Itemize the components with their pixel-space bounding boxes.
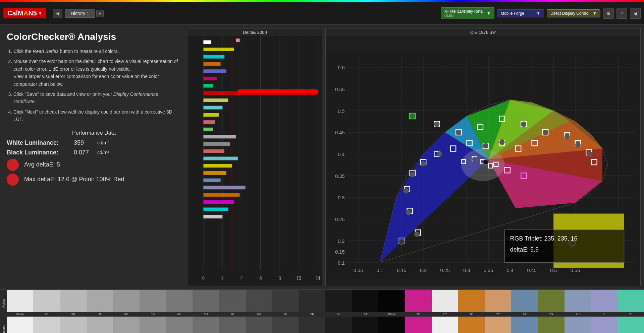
- dropdown-arrow-2: ▼: [536, 11, 540, 16]
- svg-text:0.3: 0.3: [338, 195, 344, 201]
- collapse-button[interactable]: ◀: [630, 8, 641, 19]
- actual-swatch-8K: 8K: [325, 290, 352, 317]
- settings-button[interactable]: ⚙: [603, 8, 614, 19]
- performance-section: Performance Data White Luminance: 359 cd…: [7, 130, 181, 186]
- target-color-6K: [113, 317, 140, 333]
- instruction-3: Click "Save" to save data and view or pr…: [13, 90, 181, 106]
- white-luminance-unit: cd/m²: [97, 140, 109, 145]
- swatch-label-6I: 6I: [87, 312, 113, 317]
- svg-text:deltaE: 5.9: deltaE: 5.9: [510, 246, 539, 253]
- svg-text:2: 2: [221, 275, 224, 281]
- cie-chart-title: CIE 1976 u'v': [326, 28, 640, 36]
- instruction-2: Mouse over the error bars on the deltaE …: [13, 58, 181, 88]
- target-color-2J: [618, 317, 644, 333]
- actual-swatch-2B: 2B: [405, 290, 432, 317]
- black-luminance-unit: cd/m²: [97, 150, 109, 155]
- actual-swatch-2J: 2J: [618, 290, 644, 317]
- swatch-label-2B: 2B: [405, 312, 432, 317]
- device-dropdown-1[interactable]: X-Rite i1Display Retail OLED ▼: [441, 7, 494, 19]
- deltaE-chart-area: 0 2 4 6 8 10 14: [188, 36, 322, 285]
- actual-swatch-5G: 5G: [140, 290, 166, 317]
- svg-text:0.15: 0.15: [335, 249, 344, 255]
- svg-text:0.5: 0.5: [550, 268, 557, 273]
- target-color-Black: [378, 317, 405, 333]
- target-swatch-8K: [325, 317, 352, 333]
- actual-swatch-2D: 2D: [458, 290, 485, 317]
- target-swatch-6K: [113, 317, 140, 333]
- svg-rect-29: [203, 128, 213, 131]
- actual-color-White: [7, 290, 33, 312]
- svg-text:0: 0: [202, 275, 205, 281]
- nav-back-button[interactable]: ◀: [53, 9, 62, 18]
- svg-point-146: [410, 172, 415, 177]
- svg-rect-20: [203, 62, 220, 66]
- avg-deltaE-label: Avg deltaE:: [24, 161, 55, 168]
- swatch-label-2E: 2E: [485, 312, 511, 317]
- deltaE-chart-title: DeltaE 2000: [188, 28, 322, 36]
- tab-container: History 1 +: [65, 9, 104, 18]
- swatch-label-5I: 5I: [272, 312, 299, 317]
- help-button[interactable]: ?: [616, 8, 627, 19]
- calman-logo: CalMAN5 ▼: [3, 8, 46, 18]
- actual-color-2F: [511, 290, 538, 312]
- target-color-5H: [193, 317, 219, 333]
- actual-color-6J: [33, 290, 60, 312]
- svg-point-133: [434, 122, 439, 127]
- svg-text:0.45: 0.45: [335, 130, 344, 135]
- svg-rect-27: [203, 113, 218, 117]
- cie-chart: CIE 1976 u'v': [325, 28, 641, 286]
- max-deltaE-text: Max deltaE: 12.6 @ Point: 100% Red: [24, 176, 124, 183]
- swatch-label-6F: 6F: [299, 312, 325, 317]
- svg-rect-33: [203, 157, 237, 160]
- actual-color-2E: [485, 290, 511, 312]
- target-color-5J: [352, 317, 378, 333]
- swatch-label-5F: 5F: [60, 312, 86, 317]
- max-deltaE-value: 12.6: [58, 176, 69, 183]
- logo-dropdown-arrow[interactable]: ▼: [38, 11, 42, 16]
- header: CalMAN5 ▼ ◀ History 1 + X-Rite i1Display…: [0, 2, 644, 25]
- swatch-label-2I: 2I: [591, 312, 618, 317]
- instructions: Click the Read Series button to measure …: [7, 48, 181, 123]
- svg-point-148: [406, 210, 411, 215]
- target-swatch-5H: [193, 317, 219, 333]
- actual-swatch-5I: 5I: [272, 290, 299, 317]
- dropdown-arrow-3: ▼: [593, 11, 597, 16]
- swatch-label-2G: 2G: [538, 312, 564, 317]
- actual-swatch-5F: 5F: [60, 290, 86, 317]
- swatches-section: Actual White6J5F6I6K5G6H5H7K6G5I6F8K5JBl…: [0, 289, 644, 333]
- svg-text:0.35: 0.35: [484, 268, 493, 273]
- svg-point-147: [403, 188, 409, 194]
- svg-point-134: [456, 130, 461, 135]
- swatch-label-White: White: [7, 312, 33, 317]
- svg-text:4: 4: [240, 275, 243, 281]
- device-dropdown-3[interactable]: Direct Display Control ▼: [547, 9, 600, 17]
- svg-point-150: [399, 239, 404, 245]
- svg-text:14: 14: [316, 275, 320, 281]
- target-color-2I: [591, 317, 618, 333]
- device-dropdown-2[interactable]: Mobile Forge ▼: [497, 9, 544, 17]
- target-color-2G: [538, 317, 564, 333]
- target-swatch-5I: [272, 317, 299, 333]
- add-tab-button[interactable]: +: [96, 10, 104, 17]
- swatch-label-8K: 8K: [325, 312, 352, 317]
- target-swatch-2F: [511, 317, 538, 333]
- swatch-label-6G: 6G: [246, 312, 272, 317]
- logo-text: CalMAN5: [7, 9, 37, 17]
- swatch-label-2D: 2D: [458, 312, 485, 317]
- target-color-6J: [33, 317, 60, 333]
- history-tab[interactable]: History 1: [65, 9, 95, 18]
- svg-rect-22: [203, 77, 217, 80]
- svg-rect-26: [203, 106, 222, 110]
- actual-color-Black: [378, 290, 405, 312]
- avg-deltaE-text: Avg deltaE: 5: [24, 161, 60, 168]
- target-swatches-container: [7, 317, 644, 333]
- instruction-1: Click the Read Series button to measure …: [13, 48, 181, 55]
- svg-text:0.3: 0.3: [463, 268, 470, 273]
- actual-swatch-Black: Black: [378, 290, 405, 317]
- svg-point-145: [421, 161, 426, 166]
- swatch-label-7K: 7K: [219, 312, 246, 317]
- target-swatch-6J: [33, 317, 60, 333]
- swatch-label-2C: 2C: [432, 312, 458, 317]
- actual-color-6F: [299, 290, 325, 312]
- header-right: X-Rite i1Display Retail OLED ▼ Mobile Fo…: [441, 7, 641, 19]
